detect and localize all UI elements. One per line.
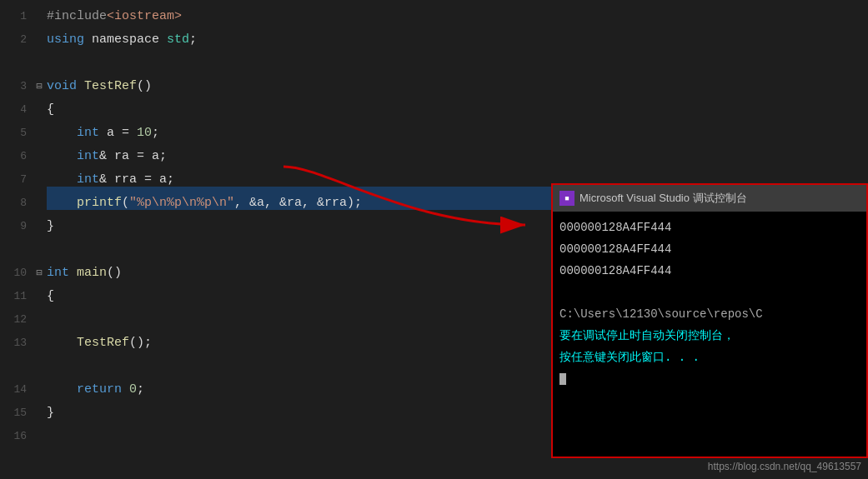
code-line-12: TestRef(); [47, 327, 559, 350]
kw-int-main: int [47, 266, 69, 280]
kw-void: void [47, 79, 77, 93]
include-iostream: <iostream> [107, 9, 182, 23]
kw-std: std [167, 32, 189, 47]
code-editor: 1 2 3 4 5 6 7 8 9 10 11 12 13 14 15 16 ⊟… [0, 0, 559, 479]
code-line-blank-4 [47, 350, 559, 373]
console-output-4 [559, 282, 860, 303]
fn-main: main [77, 266, 107, 280]
code-line-13: return 0; [47, 373, 559, 397]
kw-int-a: int [77, 126, 99, 140]
str-format: "%p\n%p\n%p\n" [129, 196, 234, 210]
code-line-5: int a = 10; [47, 117, 559, 140]
console-output-2: 000000128A4FF444 [559, 238, 860, 260]
console-msg-1: 要在调试停止时自动关闭控制台， [559, 325, 860, 347]
kw-using: using [47, 32, 84, 47]
code-line-4: { [47, 93, 559, 117]
code-line-1: #include<iostream> [47, 0, 559, 23]
fn-printf: printf [77, 196, 122, 210]
code-line-11: { [47, 280, 559, 303]
console-output-1: 000000128A4FF444 [559, 217, 860, 238]
console-cursor-line [559, 368, 860, 390]
kw-return: return [77, 382, 122, 397]
kw-namespace: namespace [84, 32, 167, 47]
console-path: C:\Users\12130\source\repos\C [559, 303, 860, 325]
code-line-9: } [47, 210, 559, 233]
vs-icon: ◾ [559, 191, 574, 206]
code-line-blank-2 [47, 233, 559, 257]
code-line-8: printf("%p\n%p\n%p\n", &a, &ra, &rra); [47, 187, 559, 210]
console-title: Microsoft Visual Studio 调试控制台 [580, 191, 747, 206]
code-line-14: } [47, 397, 559, 420]
code-line-blank-1 [47, 47, 559, 70]
console-msg-2: 按任意键关闭此窗口. . . [559, 347, 860, 368]
console-titlebar: ◾ Microsoft Visual Studio 调试控制台 [553, 185, 866, 212]
console-cursor [559, 373, 566, 385]
kw-int-rra: int [77, 172, 99, 187]
code-line-2: using namespace std; [47, 23, 559, 47]
preprocessor-include: #include [47, 9, 107, 23]
watermark: https://blog.csdn.net/qq_49613557 [708, 461, 861, 472]
code-line-10: int main() [47, 257, 559, 280]
code-line-blank-3 [47, 303, 559, 327]
code-line-6: int& ra = a; [47, 140, 559, 163]
fn-testref: TestRef [84, 79, 137, 93]
kw-int-ra: int [77, 149, 99, 163]
console-window: ◾ Microsoft Visual Studio 调试控制台 00000012… [551, 183, 868, 458]
code-line-7: int& rra = a; [47, 163, 559, 187]
fn-testref-call: TestRef [77, 336, 129, 350]
console-output-3: 000000128A4FF444 [559, 260, 860, 282]
console-body: 000000128A4FF444 000000128A4FF444 000000… [553, 212, 866, 457]
code-line-3: void TestRef() [47, 70, 559, 93]
